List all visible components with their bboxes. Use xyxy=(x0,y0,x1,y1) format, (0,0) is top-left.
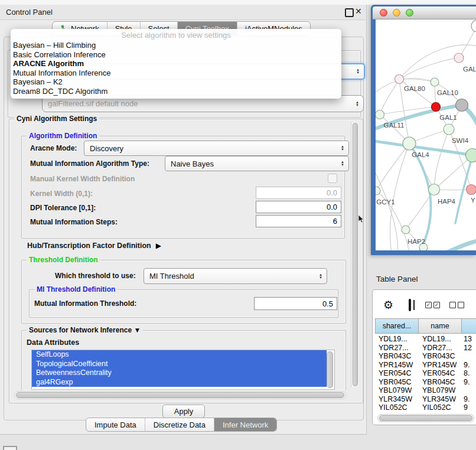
float-panel-icon[interactable] xyxy=(345,8,354,17)
dropdown-item[interactable]: Dream8 DC_TDC Algorithm xyxy=(11,87,341,96)
column-header[interactable] xyxy=(462,318,476,334)
manual-kernel-width-checkbox[interactable] xyxy=(328,174,337,183)
which-threshold-label: Which threshold to use: xyxy=(55,272,136,280)
settings-horizontal-scrollbar[interactable] xyxy=(14,391,346,399)
aracne-mode-combo[interactable]: Discovery ▲▼ xyxy=(84,141,349,156)
minimize-window-icon[interactable] xyxy=(393,9,400,17)
node-gal10[interactable] xyxy=(431,78,439,86)
mi-algorithm-type-combo[interactable]: Naive Bayes ▲▼ xyxy=(165,156,349,171)
mi-threshold-field[interactable]: 0.5 xyxy=(254,297,337,310)
minimized-panel-handle[interactable] xyxy=(3,446,17,450)
node-label: GAL4 xyxy=(412,151,429,158)
tab-infer-network[interactable]: Infer Network xyxy=(214,418,276,431)
which-threshold-combo[interactable]: MI Threshold ▲▼ xyxy=(144,268,327,284)
network-window-titlebar[interactable] xyxy=(373,6,476,19)
split-columns-icon[interactable] xyxy=(409,299,411,311)
dropdown-item-selected[interactable]: ARACNE Algorithm xyxy=(11,59,341,69)
table-horizontal-scrollbar[interactable] xyxy=(377,414,474,422)
control-panel-title: Control Panel xyxy=(6,8,53,17)
mi-type-spinner-icon: ▲▼ xyxy=(341,161,346,167)
node-gal4[interactable] xyxy=(403,137,416,150)
mi-threshold-value: 0.5 xyxy=(322,299,333,308)
select-all-columns-icon[interactable]: ✓✓ xyxy=(425,302,440,308)
list-item[interactable]: gal4RGexp xyxy=(32,378,327,387)
node-gal11[interactable] xyxy=(376,110,384,119)
network-canvas[interactable]: GAL GAL80 GAL10 GAL1 GAL11 SWI4 GAL4 GCY… xyxy=(376,19,476,250)
node-salmon[interactable] xyxy=(467,185,476,195)
kernel-width-field[interactable]: 0.0 xyxy=(256,187,341,199)
node-hap4[interactable] xyxy=(429,184,440,195)
node-hap2[interactable] xyxy=(402,226,410,234)
mi-steps-field[interactable]: 6 xyxy=(256,215,341,227)
dpi-tolerance-field[interactable]: 0.0 xyxy=(256,201,341,213)
zoom-window-icon[interactable] xyxy=(406,9,413,17)
table-row[interactable]: YLR345WYLR345W9. xyxy=(375,395,476,404)
list-item[interactable]: SelfLoops xyxy=(32,350,327,360)
column-header[interactable]: name xyxy=(419,318,462,334)
node-label: GAL10 xyxy=(437,89,458,96)
apply-button[interactable]: Apply xyxy=(162,405,205,418)
sources-group-title[interactable]: Sources for Network Inference ▼ xyxy=(27,326,143,334)
tab-impute-data[interactable]: Impute Data xyxy=(86,418,145,431)
column-header[interactable]: shared... xyxy=(375,318,419,334)
mi-threshold-label: Mutual Information Threshold: xyxy=(34,299,136,308)
aracne-mode-label: Aracne Mode: xyxy=(30,144,77,152)
table-row[interactable]: YIL052CYIL052C9 xyxy=(375,403,476,412)
node-swi4[interactable] xyxy=(466,149,476,162)
table-row[interactable]: YDR27...YDR27...12 xyxy=(375,344,476,353)
table-row[interactable]: YBL079WYBL079W xyxy=(375,386,476,395)
table-toolbar: ⚙ ✓✓ xyxy=(373,294,476,316)
node-label: HAP4 xyxy=(438,198,456,205)
list-item[interactable]: TopologicalCoefficient xyxy=(32,360,327,369)
list-vertical-scrollbar[interactable] xyxy=(327,351,333,388)
dropdown-item[interactable]: Bayesian – K2 xyxy=(11,77,341,87)
node-label: GAL11 xyxy=(384,122,405,129)
tab-infer-network-label: Infer Network xyxy=(223,420,268,429)
node-label: GAL xyxy=(463,66,476,73)
algorithm-definition-title: Algorithm Definition xyxy=(27,132,99,140)
dropdown-placeholder: Select algorithm to view settings xyxy=(11,31,341,41)
manual-kernel-width-label: Manual Kernel Width Definition xyxy=(30,175,135,183)
data-attributes-list[interactable]: SelfLoops TopologicalCoefficient Between… xyxy=(31,350,335,390)
dropdown-item[interactable]: Basic Correlation Inference xyxy=(11,50,341,60)
table-row[interactable]: YBR043CYBR043C xyxy=(375,352,476,361)
node-gal1[interactable] xyxy=(444,124,454,135)
network-combo-value: galFiltered.sif default node xyxy=(48,99,138,108)
table-row[interactable]: YER054CYER054C8. xyxy=(375,369,476,378)
network-combo-spinner-icon: ▲▼ xyxy=(356,101,361,107)
which-threshold-value: MI Threshold xyxy=(149,272,194,281)
tab-impute-data-label: Impute Data xyxy=(94,420,136,429)
close-window-icon[interactable] xyxy=(380,9,387,17)
collapsed-arrow-icon: ▶ xyxy=(156,242,161,250)
close-panel-icon[interactable]: ✕ xyxy=(355,6,362,16)
node-gal80[interactable] xyxy=(395,75,404,84)
dropdown-item[interactable]: Mutual Information Inference xyxy=(11,69,341,78)
node-label: SWI4 xyxy=(452,137,469,144)
tab-discretize-data[interactable]: Discretize Data xyxy=(145,418,214,431)
node-gal-partial[interactable] xyxy=(454,53,464,63)
deselect-all-columns-icon[interactable] xyxy=(449,302,464,308)
settings-vertical-scrollbar[interactable] xyxy=(351,122,359,387)
sources-title-label: Sources for Network Inference xyxy=(29,326,132,334)
aracne-mode-spinner-icon: ▲▼ xyxy=(341,145,346,151)
node-label: GAL80 xyxy=(404,85,425,92)
node-gcy1[interactable] xyxy=(376,187,380,195)
table-row[interactable]: YDL19...YDL19...13 xyxy=(375,335,476,344)
node-selected-red[interactable] xyxy=(432,103,441,112)
node-partial-topright[interactable] xyxy=(471,20,476,32)
algorithm-dropdown-popup: Select algorithm to view settings Bayesi… xyxy=(11,29,341,99)
node-gray[interactable] xyxy=(456,99,468,112)
list-item[interactable]: BetweennessCentrality xyxy=(32,369,327,378)
mi-algorithm-type-label: Mutual Information Algorithm Type: xyxy=(30,159,149,168)
hub-definition-toggle[interactable]: Hub/Transcription Factor Definition▶ xyxy=(27,242,161,250)
threshold-definition-group: Threshold Definition Which threshold to … xyxy=(21,260,346,324)
table-row[interactable]: YBR045CYBR045C9. xyxy=(375,378,476,387)
expanded-arrow-icon: ▼ xyxy=(133,326,141,334)
control-panel-titlebar: Control Panel ✕ xyxy=(0,5,366,20)
dropdown-item[interactable]: Bayesian – Hill Climbing xyxy=(11,41,341,50)
gear-icon[interactable]: ⚙ xyxy=(383,298,393,312)
network-view-window: GAL GAL80 GAL10 GAL1 GAL11 SWI4 GAL4 GCY… xyxy=(371,5,476,255)
table-row[interactable]: YPR145WYPR145W9. xyxy=(375,361,476,370)
network-graph: GAL GAL80 GAL10 GAL1 GAL11 SWI4 GAL4 GCY… xyxy=(376,19,476,250)
table-body[interactable]: YDL19...YDL19...13 YDR27...YDR27...12 YB… xyxy=(375,335,476,412)
